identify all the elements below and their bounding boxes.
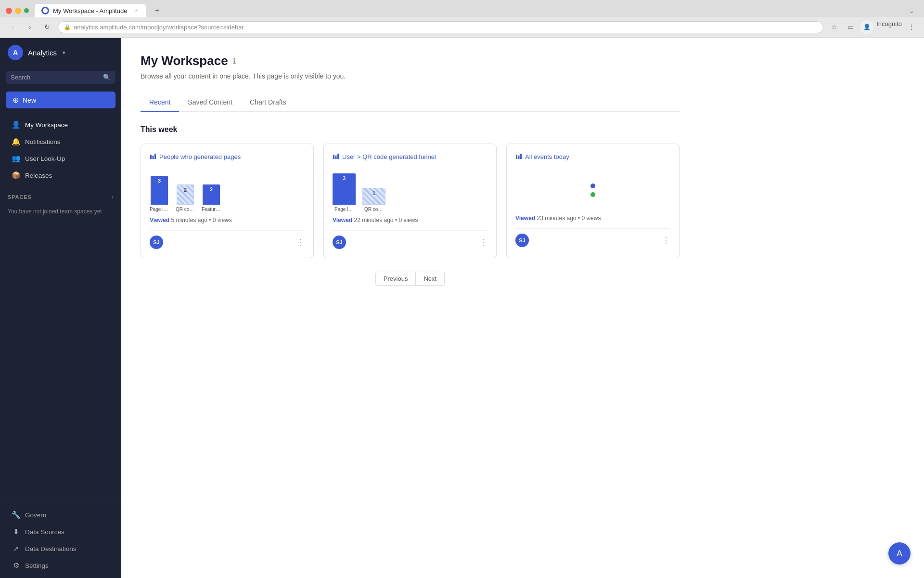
browser-titlebar: My Workspace - Amplitude × + ⌄ — [0, 0, 924, 17]
card2-title: User > QR code generated funnel — [333, 153, 488, 161]
sidebar-item-data-sources-label: Data Sources — [25, 528, 64, 536]
tab-close-button[interactable]: × — [133, 7, 140, 14]
svg-rect-3 — [154, 154, 156, 159]
sidebar-item-settings[interactable]: ⚙ Settings — [4, 557, 117, 574]
card-people-generated-pages[interactable]: People who generated pages 3 Page load..… — [141, 144, 314, 258]
card2-chart: 3 Page loaded 1 QR code generat... — [333, 169, 488, 212]
browser-tab[interactable]: My Workspace - Amplitude × — [35, 4, 146, 17]
settings-icon: ⚙ — [12, 561, 20, 570]
main-inner: My Workspace ℹ Browse all your content i… — [121, 38, 699, 311]
svg-rect-8 — [518, 156, 520, 159]
sidebar-item-notifications[interactable]: 🔔 Notifications — [4, 133, 117, 150]
browser-dots — [6, 8, 29, 14]
card1-viewed: Viewed 5 minutes ago • 0 views — [150, 217, 305, 223]
card1-more-button[interactable]: ⋮ — [296, 238, 305, 247]
new-tab-button[interactable]: + — [150, 4, 164, 17]
incognito-label: Incognito — [876, 20, 902, 34]
page-subtitle: Browse all your content in one place. Th… — [141, 72, 680, 80]
tab-saved-content[interactable]: Saved Content — [179, 93, 241, 112]
bar-group-3: 2 Feature p... — [202, 184, 221, 212]
url-display: analytics.amplitude.com/moodjoy/workspac… — [74, 24, 244, 31]
sidebar-item-data-sources[interactable]: ⬇ Data Sources — [4, 524, 117, 540]
svg-rect-4 — [333, 155, 334, 159]
floating-help-button[interactable]: A — [888, 542, 911, 565]
bar-2: 2 — [177, 184, 194, 205]
person-icon: 👤 — [12, 120, 20, 129]
sidebar-spaces-section: SPACES › — [0, 188, 121, 202]
bookmark-button[interactable]: ☆ — [827, 20, 841, 34]
page-title-row: My Workspace ℹ — [141, 53, 680, 68]
card2-viewed: Viewed 22 minutes ago • 0 views — [333, 217, 488, 223]
menu-button[interactable]: ⋮ — [905, 20, 918, 34]
address-bar[interactable]: 🔒 analytics.amplitude.com/moodjoy/worksp… — [58, 21, 823, 33]
card2-bar-group-2: 1 QR code generat... — [362, 188, 385, 212]
card3-footer: SJ ⋮ — [515, 228, 670, 247]
profile-button[interactable]: 👤 — [860, 20, 873, 34]
maximize-dot[interactable] — [24, 8, 29, 13]
sidebar-item-my-workspace[interactable]: 👤 My Workspace — [4, 117, 117, 133]
sidebar-item-releases[interactable]: 📦 Releases — [4, 167, 117, 184]
sidebar-header[interactable]: A Analytics ▾ — [0, 38, 121, 67]
sidebar-item-user-lookup-label: User Look-Up — [25, 155, 65, 162]
card3-title: All events today — [515, 153, 670, 161]
govern-icon: 🔧 — [12, 511, 20, 519]
nav-actions: ☆ ▭ 👤 Incognito ⋮ — [827, 20, 918, 34]
tab-title: My Workspace - Amplitude — [53, 7, 127, 14]
sidebar-bottom: 🔧 Govern ⬇ Data Sources ↗ Data Destinati… — [0, 502, 121, 578]
card1-title: People who generated pages — [150, 153, 305, 161]
sidebar-logo: A — [8, 45, 23, 60]
pagination: Previous Next — [141, 272, 680, 286]
sidebar-item-data-destinations-label: Data Destinations — [25, 545, 77, 552]
next-button[interactable]: Next — [416, 272, 445, 286]
card-all-events[interactable]: All events today Viewed 23 minutes ago •… — [506, 144, 680, 258]
card2-bar-label-1: Page loaded — [334, 207, 354, 212]
reload-button[interactable]: ↻ — [40, 20, 54, 34]
minimize-dot[interactable] — [15, 8, 21, 14]
previous-button[interactable]: Previous — [375, 272, 416, 286]
tab-view-button[interactable]: ▭ — [844, 20, 857, 34]
sidebar-item-data-destinations[interactable]: ↗ Data Destinations — [4, 540, 117, 557]
this-week-label: This week — [141, 125, 680, 134]
card3-chart — [515, 169, 670, 212]
card2-bar-2: 1 — [362, 188, 385, 205]
bar-label-1: Page load... — [150, 207, 169, 212]
card1-avatar: SJ — [150, 236, 163, 249]
sidebar-item-notifications-label: Notifications — [25, 138, 61, 145]
card2-more-button[interactable]: ⋮ — [479, 238, 488, 247]
sidebar: A Analytics ▾ Search 🔍 ⊕ New 👤 My Worksp… — [0, 38, 121, 578]
info-icon[interactable]: ℹ — [233, 56, 236, 66]
forward-button[interactable]: › — [23, 20, 37, 34]
data-destinations-icon: ↗ — [12, 544, 20, 553]
tab-chart-drafts[interactable]: Chart Drafts — [241, 93, 295, 112]
new-button-label: New — [23, 96, 36, 104]
card2-bar-label-2: QR code generat... — [364, 207, 384, 212]
bar-label-3: Feature p... — [202, 207, 221, 212]
card3-more-button[interactable]: ⋮ — [662, 236, 670, 245]
sidebar-item-user-lookup[interactable]: 👥 User Look-Up — [4, 150, 117, 167]
sidebar-item-settings-label: Settings — [25, 562, 49, 569]
card3-viewed: Viewed 23 minutes ago • 0 views — [515, 215, 670, 222]
spaces-empty-message: You have not joined team spaces yet — [0, 202, 121, 221]
svg-rect-1 — [150, 155, 152, 159]
back-button[interactable]: ‹ — [6, 20, 19, 34]
sidebar-item-govern[interactable]: 🔧 Govern — [4, 507, 117, 523]
card-qr-funnel[interactable]: User > QR code generated funnel 3 Page l… — [323, 144, 497, 258]
cards-grid: People who generated pages 3 Page load..… — [141, 144, 680, 258]
close-dot[interactable] — [6, 8, 12, 14]
sidebar-item-releases-label: Releases — [25, 172, 52, 179]
bar-group-2: 2 QR code g... — [176, 184, 195, 212]
user-lookup-icon: 👥 — [12, 154, 20, 163]
chart-icon-1 — [150, 153, 156, 161]
sidebar-chevron-icon: ▾ — [63, 50, 65, 56]
new-button[interactable]: ⊕ New — [6, 92, 116, 108]
tab-recent[interactable]: Recent — [141, 93, 179, 112]
app-layout: A Analytics ▾ Search 🔍 ⊕ New 👤 My Worksp… — [0, 38, 924, 578]
spaces-expand-icon[interactable]: › — [112, 194, 114, 200]
bell-icon: 🔔 — [12, 137, 20, 146]
bar-1: 3 — [151, 176, 168, 205]
card1-footer: SJ ⋮ — [150, 230, 305, 249]
sidebar-search[interactable]: Search 🔍 — [6, 71, 116, 84]
bar-group-1: 3 Page load... — [150, 176, 169, 212]
dot-green-1 — [590, 192, 595, 197]
sidebar-nav: 👤 My Workspace 🔔 Notifications 👥 User Lo… — [0, 112, 121, 188]
